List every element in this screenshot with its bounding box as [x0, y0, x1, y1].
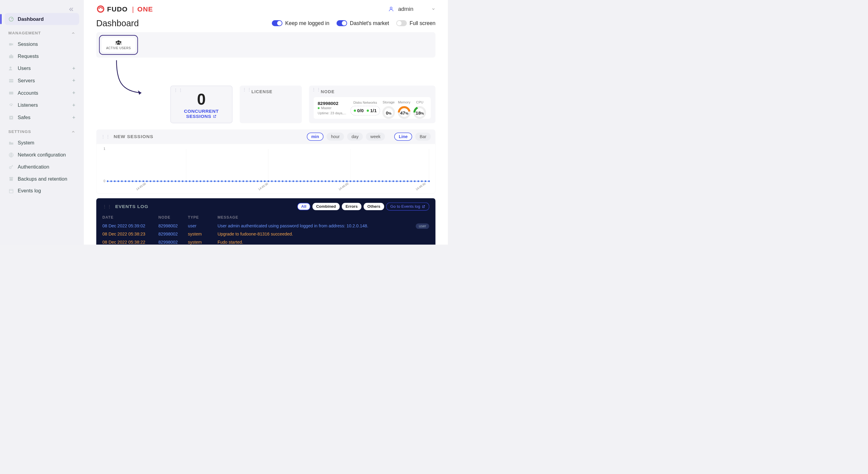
external-link-icon[interactable] — [213, 115, 216, 118]
svg-text:0: 0 — [103, 179, 105, 183]
sidebar-item-requests[interactable]: Requests — [4, 50, 79, 62]
drag-handle-icon[interactable]: ⋮⋮ — [242, 89, 252, 90]
user-menu[interactable]: admin — [388, 6, 435, 12]
svg-point-31 — [107, 180, 108, 182]
sidebar-item-servers[interactable]: Servers + — [4, 75, 79, 87]
range-min[interactable]: min — [307, 133, 324, 141]
svg-point-75 — [264, 180, 265, 182]
toggle-full-screen[interactable]: Full screen — [396, 20, 435, 26]
svg-point-54 — [189, 180, 190, 182]
add-safe-button[interactable]: + — [72, 115, 75, 121]
sidebar-section-settings[interactable]: SETTINGS — [4, 124, 79, 137]
col-date: DATE — [102, 214, 158, 222]
new-sessions-chart: 0114:45:0014:45:3014:46:0014:46:30 — [96, 144, 435, 194]
dashboard-header: Dashboard Keep me logged in Dashlet's ma… — [96, 18, 435, 28]
sidebar-item-safes[interactable]: Safes + — [4, 111, 79, 124]
svg-point-37 — [128, 180, 130, 182]
sidebar-collapse-button[interactable] — [4, 6, 79, 13]
toggle-dashlets-market[interactable]: Dashlet's market — [336, 20, 389, 26]
sidebar-item-listeners[interactable]: Listeners + — [4, 99, 79, 112]
svg-point-117 — [414, 180, 415, 182]
card-node[interactable]: ⋮⋮ NODE 82998002 Master Uptime: 23 days,… — [309, 86, 435, 123]
range-hour[interactable]: hour — [327, 133, 344, 141]
svg-point-32 — [110, 180, 112, 182]
svg-point-77 — [271, 180, 273, 182]
add-account-button[interactable]: + — [72, 90, 75, 96]
svg-point-111 — [393, 180, 394, 182]
svg-point-91 — [321, 180, 322, 182]
sidebar-item-dashboard[interactable]: Dashboard — [4, 13, 79, 25]
table-row[interactable]: 08 Dec 2022 05:39:0282998002userUser adm… — [102, 222, 429, 230]
svg-point-56 — [196, 180, 197, 182]
svg-point-64 — [224, 180, 226, 182]
table-row[interactable]: 08 Dec 2022 05:38:2282998002systemFudo s… — [102, 238, 429, 244]
chevron-up-icon — [71, 31, 75, 35]
drag-handle-icon[interactable]: ⋮⋮ — [102, 206, 112, 207]
add-server-button[interactable]: + — [72, 78, 75, 84]
mode-line[interactable]: Line — [394, 133, 412, 141]
svg-point-76 — [267, 180, 269, 182]
svg-point-45 — [157, 180, 158, 182]
svg-point-65 — [228, 180, 230, 182]
folder-icon — [8, 140, 14, 146]
svg-point-52 — [182, 180, 183, 182]
sidebar-item-eventslog[interactable]: Events log — [4, 185, 79, 197]
svg-point-16 — [390, 7, 392, 9]
svg-point-66 — [232, 180, 233, 182]
mode-bar[interactable]: Bar — [415, 133, 431, 141]
svg-point-120 — [425, 180, 426, 182]
cell-date: 08 Dec 2022 05:38:22 — [102, 238, 158, 244]
filter-combined[interactable]: Combined — [313, 203, 340, 210]
table-row[interactable]: 08 Dec 2022 05:38:2382998002systemUpgrad… — [102, 230, 429, 238]
sidebar-item-label: Authentication — [18, 164, 50, 170]
events-table: DATE NODE TYPE MESSAGE 08 Dec 2022 05:39… — [102, 214, 429, 245]
sessions-count: 0 — [176, 91, 227, 107]
sidebar-item-label: Servers — [18, 78, 35, 84]
sidebar-item-accounts[interactable]: Accounts + — [4, 87, 79, 99]
sidebar-item-label: Listeners — [18, 102, 38, 108]
svg-point-44 — [153, 180, 155, 182]
dashlet-active-users[interactable]: ACTIVE USERS — [99, 35, 138, 55]
filter-all[interactable]: All — [297, 203, 310, 210]
svg-point-41 — [143, 180, 144, 182]
drag-handle-icon[interactable]: ⋮⋮ — [101, 136, 111, 137]
user-name: admin — [398, 6, 413, 12]
range-day[interactable]: day — [347, 133, 363, 141]
sidebar-item-backups[interactable]: Backups and retention — [4, 173, 79, 185]
events-filters: All Combined Errors Others Go to Events … — [297, 203, 429, 210]
sidebar-item-system[interactable]: System — [4, 137, 79, 149]
card-license[interactable]: ⋮⋮ LICENSE — [240, 86, 302, 123]
filter-others[interactable]: Others — [364, 203, 384, 210]
filter-errors[interactable]: Errors — [342, 203, 361, 210]
svg-point-83 — [292, 180, 294, 182]
toggle-keep-logged-in[interactable]: Keep me logged in — [272, 20, 330, 26]
cell-node: 82998002 — [158, 238, 188, 244]
svg-point-93 — [328, 180, 330, 182]
svg-point-80 — [282, 180, 283, 182]
cell-date: 08 Dec 2022 05:38:23 — [102, 230, 158, 238]
sidebar-section-management[interactable]: MANAGEMENT — [4, 25, 79, 38]
add-listener-button[interactable]: + — [72, 102, 75, 108]
svg-point-18 — [116, 41, 118, 43]
sidebar-item-auth[interactable]: Authentication — [4, 161, 79, 173]
drag-handle-icon[interactable]: ⋮⋮ — [174, 90, 183, 91]
sidebar-item-users[interactable]: Users + — [4, 62, 79, 75]
add-user-button[interactable]: + — [72, 65, 75, 71]
sidebar-item-sessions[interactable]: Sessions — [4, 38, 79, 50]
svg-point-51 — [178, 180, 180, 182]
drag-handle-icon[interactable]: ⋮⋮ — [312, 89, 321, 90]
cell-message: Upgrade to fudoone-81316 succeeded. — [218, 230, 407, 238]
card-concurrent-sessions[interactable]: ⋮⋮ 0 CONCURRENT SESSIONS — [170, 86, 232, 123]
svg-point-116 — [410, 180, 412, 182]
range-week[interactable]: week — [366, 133, 385, 141]
sidebar-item-label: Users — [18, 65, 31, 71]
network-icon — [8, 152, 14, 158]
networks-value: 1/1 — [367, 108, 377, 113]
svg-point-98 — [346, 180, 347, 182]
cell-type: system — [188, 230, 218, 238]
type-badge: user — [415, 224, 429, 229]
svg-point-49 — [171, 180, 173, 182]
external-link-icon — [422, 205, 425, 208]
goto-events-log-button[interactable]: Go to Events log — [386, 203, 430, 210]
sidebar-item-network[interactable]: Network configuration — [4, 149, 79, 161]
